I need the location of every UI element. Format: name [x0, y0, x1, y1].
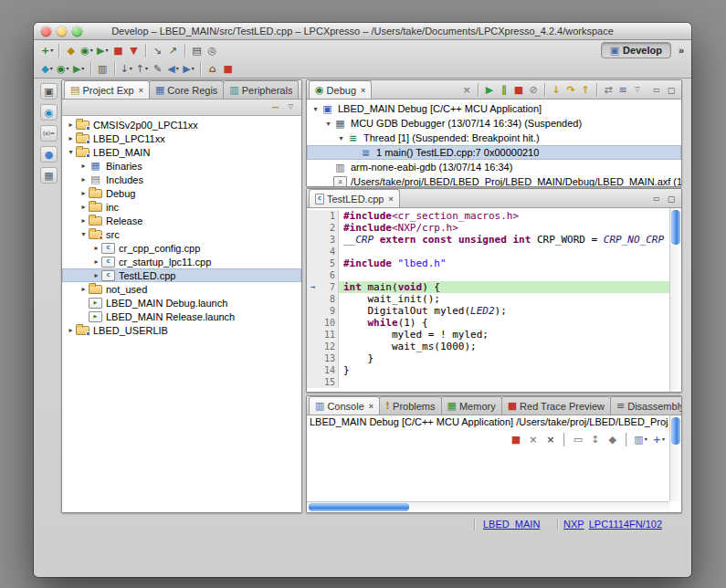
suspend-button[interactable]: ∥ — [497, 82, 511, 97]
titlebar[interactable]: Develop – LBED_MAIN/src/TestLED.cpp – LP… — [34, 23, 691, 40]
display-selected-dropdown-arrow[interactable]: ▾ — [645, 436, 647, 442]
remove-all-launches-button[interactable]: × — [542, 431, 558, 447]
variables-view-button[interactable]: (x)= — [40, 125, 58, 142]
tab-debug[interactable]: ◉Debug× — [309, 80, 372, 99]
collapse-all-button[interactable]: − — [268, 100, 282, 114]
quickstart-tools-dropdown-arrow[interactable]: ▾ — [50, 66, 53, 71]
maximize-button[interactable]: ▢ — [665, 193, 678, 205]
tree-item[interactable]: ▸ccr_startup_lpc11.cpp — [62, 255, 301, 268]
code-line[interactable]: 10 while(1) { — [307, 317, 669, 329]
tree-expanded-arrow[interactable]: ▾ — [323, 120, 333, 128]
run-button[interactable]: ▶▾ — [95, 42, 110, 58]
instruction-stepping-button[interactable]: ≡ — [616, 82, 630, 97]
debug-dropdown-arrow[interactable]: ▾ — [90, 47, 93, 53]
clear-console-button[interactable]: ▭ — [570, 431, 585, 447]
view-menu-button[interactable]: ▽ — [630, 82, 645, 97]
code-line[interactable]: 11 myled = ! myled; — [307, 329, 669, 341]
search-button[interactable]: ◎ — [205, 42, 220, 58]
pin-console-button[interactable]: ◆ — [605, 431, 620, 447]
remove-launch-button[interactable]: × — [525, 431, 541, 447]
tree-expanded-arrow[interactable]: ▾ — [66, 148, 76, 156]
back-history-button[interactable]: ◀▾ — [165, 60, 181, 77]
tree-item[interactable]: ▾src — [62, 227, 301, 241]
zoom-window-button[interactable] — [72, 26, 82, 37]
tab-memory[interactable]: ▦Memory — [441, 396, 502, 415]
tree-item[interactable]: ▸▦Binaries — [62, 159, 301, 173]
tree-collapsed-arrow[interactable]: ▸ — [79, 189, 89, 197]
tree-item[interactable]: ▶LBED_MAIN Release.launch — [62, 310, 301, 323]
tree-collapsed-arrow[interactable]: ▸ — [79, 216, 89, 225]
quickstart-tools-button[interactable]: ◆▾ — [39, 60, 55, 77]
tab-problems[interactable]: !Problems — [379, 396, 442, 415]
minimize-button[interactable]: ▭ — [650, 193, 663, 205]
tab-close-icon[interactable]: × — [388, 194, 393, 204]
last-edit-location-button[interactable]: ✎ — [150, 60, 165, 77]
next-annotation-button[interactable]: ↓▾ — [119, 60, 134, 77]
code-line[interactable]: 6 — [307, 269, 669, 281]
editor-code[interactable]: 1#include<cr_section_macros.h>2#include<… — [307, 208, 669, 392]
code-line[interactable]: 8 wait_init(); — [307, 293, 669, 305]
forward-history-button[interactable]: ▶▾ — [181, 60, 196, 77]
import-project-button[interactable]: ↘ — [150, 42, 165, 58]
run-dropdown-arrow[interactable]: ▾ — [106, 47, 109, 53]
tree-collapsed-arrow[interactable]: ▸ — [66, 121, 76, 129]
code-line[interactable]: 2#include<NXP/crp.h> — [307, 222, 669, 234]
code-line[interactable]: 1#include<cr_section_macros.h> — [307, 210, 669, 222]
drop-to-frame-button[interactable]: ⇄ — [601, 82, 616, 97]
tab-close-icon[interactable]: × — [369, 402, 374, 411]
minimize-button[interactable]: ▭ — [650, 84, 663, 97]
resume-button[interactable]: ▶ — [482, 82, 497, 97]
console-vscroll-thumb[interactable] — [671, 417, 680, 445]
toolbar-overflow-chevron[interactable]: » — [679, 45, 684, 56]
export-project-button[interactable]: ↗ — [165, 42, 181, 58]
breakpoints-view-button[interactable]: ● — [40, 146, 58, 163]
console-horizontal-scrollbar[interactable] — [307, 501, 669, 512]
tab-peripherals[interactable]: ▥Peripherals — [223, 80, 299, 99]
step-into-button[interactable]: ↓ — [549, 82, 563, 97]
tab-project-exp[interactable]: ▤Project Exp× — [64, 80, 150, 99]
open-console-dropdown-arrow[interactable]: ▾ — [662, 436, 665, 442]
code-line[interactable]: 4 — [307, 246, 669, 257]
scroll-lock-button[interactable]: ↕ — [587, 431, 603, 447]
open-element-button[interactable]: ▥ — [95, 60, 110, 77]
tree-item[interactable]: ▸LBED_LPC11xx — [62, 131, 301, 145]
open-console-button[interactable]: +▾ — [651, 431, 667, 447]
part-link[interactable]: LPC1114FN/102 — [589, 519, 662, 530]
tab-console[interactable]: ▥Console× — [309, 396, 380, 415]
terminate-debug-button[interactable]: ■ — [511, 82, 526, 97]
tree-expanded-arrow[interactable]: ▾ — [310, 105, 321, 113]
previous-annotation-button[interactable]: ↑▾ — [134, 60, 150, 77]
debug-as-button[interactable]: ◉▾ — [55, 60, 71, 77]
tree-expanded-arrow[interactable]: ▾ — [336, 134, 346, 142]
tree-expanded-arrow[interactable]: ▾ — [79, 230, 89, 238]
code-line[interactable]: 9 DigitalOut myled(LED2); — [307, 305, 669, 317]
tree-item[interactable]: ▸Release — [62, 214, 301, 227]
tree-item[interactable]: ▸cTestLED.cpp — [62, 268, 301, 282]
debug-tree[interactable]: ▾▣LBED_MAIN Debug [C/C++ MCU Application… — [307, 100, 681, 186]
debug-button[interactable]: ◉▾ — [79, 42, 95, 58]
step-over-button[interactable]: ↷ — [563, 82, 578, 97]
tree-collapsed-arrow[interactable]: ▸ — [66, 134, 76, 142]
tab-testled-cpp[interactable]: cTestLED.cpp× — [309, 189, 400, 207]
registers-view-button[interactable]: ▦ — [40, 167, 58, 184]
tree-collapsed-arrow[interactable]: ▸ — [91, 244, 101, 252]
tree-collapsed-arrow[interactable]: ▸ — [91, 257, 101, 266]
tree-item[interactable]: ≡1 main() TestLED.cpp:7 0x00000210 — [307, 145, 681, 160]
tree-item[interactable]: ▸inc — [62, 200, 301, 214]
tree-item[interactable]: a/Users/take/proj/LBED/LBED_Proj/LBED_MA… — [307, 174, 681, 186]
code-line[interactable]: 13 } — [307, 352, 669, 364]
previous-annotation-dropdown-arrow[interactable]: ▾ — [145, 66, 148, 71]
disconnect-button[interactable]: ⊘ — [526, 82, 541, 97]
develop-perspective-button[interactable]: ▣ Develop — [601, 42, 671, 58]
forward-history-dropdown-arrow[interactable]: ▾ — [192, 66, 195, 71]
display-selected-button[interactable]: ▥▾ — [632, 431, 648, 447]
tab-close-icon[interactable]: × — [361, 86, 365, 95]
close-window-button[interactable] — [41, 26, 51, 37]
tree-item[interactable]: ▾▣LBED_MAIN Debug [C/C++ MCU Application… — [307, 101, 681, 116]
tab-disassembly[interactable]: ≡Disassembly — [610, 396, 682, 415]
remove-all-terminated-button[interactable]: × — [459, 82, 474, 97]
tree-item[interactable]: ▾≡Thread [1] (Suspended: Breakpoint hit.… — [307, 131, 681, 145]
code-line[interactable]: 14} — [307, 364, 669, 376]
print-button[interactable]: ▤ — [189, 42, 205, 58]
tree-item[interactable]: ▾LBED_MAIN — [62, 145, 301, 159]
